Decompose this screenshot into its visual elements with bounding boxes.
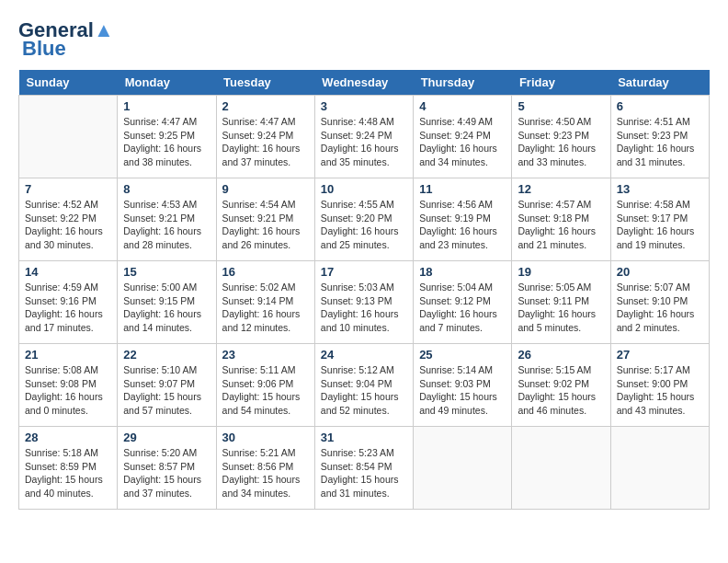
- calendar-cell: 7Sunrise: 4:52 AMSunset: 9:22 PMDaylight…: [19, 178, 118, 261]
- day-info: Sunrise: 4:58 AMSunset: 9:17 PMDaylight:…: [617, 198, 703, 252]
- day-info: Sunrise: 5:15 AMSunset: 9:02 PMDaylight:…: [518, 363, 604, 418]
- day-info: Sunrise: 5:00 AMSunset: 9:15 PMDaylight:…: [123, 281, 210, 335]
- calendar-cell: 1Sunrise: 4:47 AMSunset: 9:25 PMDaylight…: [118, 96, 216, 178]
- day-number: 6: [617, 99, 703, 113]
- day-number: 9: [222, 182, 309, 196]
- day-info: Sunrise: 5:23 AMSunset: 8:54 PMDaylight:…: [321, 446, 407, 500]
- day-number: 21: [25, 348, 111, 362]
- day-number: 16: [222, 265, 309, 279]
- calendar-cell: 10Sunrise: 4:55 AMSunset: 9:20 PMDayligh…: [314, 178, 413, 261]
- calendar-cell: [512, 427, 610, 510]
- day-info: Sunrise: 5:03 AMSunset: 9:13 PMDaylight:…: [321, 281, 407, 335]
- week-row-1: 7Sunrise: 4:52 AMSunset: 9:22 PMDaylight…: [19, 178, 710, 261]
- day-info: Sunrise: 4:56 AMSunset: 9:19 PMDaylight:…: [419, 198, 506, 252]
- day-info: Sunrise: 4:54 AMSunset: 9:21 PMDaylight:…: [222, 198, 309, 252]
- week-row-2: 14Sunrise: 4:59 AMSunset: 9:16 PMDayligh…: [19, 261, 710, 344]
- day-info: Sunrise: 5:20 AMSunset: 8:57 PMDaylight:…: [123, 446, 210, 500]
- calendar-cell: 8Sunrise: 4:53 AMSunset: 9:21 PMDaylight…: [118, 178, 216, 261]
- calendar-cell: 30Sunrise: 5:21 AMSunset: 8:56 PMDayligh…: [216, 427, 314, 510]
- day-number: 5: [518, 99, 604, 113]
- calendar-cell: [414, 427, 512, 510]
- calendar-cell: 4Sunrise: 4:49 AMSunset: 9:24 PMDaylight…: [414, 96, 512, 178]
- weekday-header-tuesday: Tuesday: [216, 70, 314, 96]
- day-number: 10: [321, 182, 407, 196]
- calendar-cell: 23Sunrise: 5:11 AMSunset: 9:06 PMDayligh…: [216, 344, 314, 427]
- week-row-4: 28Sunrise: 5:18 AMSunset: 8:59 PMDayligh…: [19, 427, 710, 510]
- calendar-cell: 26Sunrise: 5:15 AMSunset: 9:02 PMDayligh…: [512, 344, 610, 427]
- day-info: Sunrise: 4:57 AMSunset: 9:18 PMDaylight:…: [518, 198, 604, 252]
- day-number: 20: [617, 265, 703, 279]
- day-number: 8: [123, 182, 210, 196]
- logo: General▲ Blue: [18, 18, 114, 61]
- weekday-header-thursday: Thursday: [414, 70, 512, 96]
- day-info: Sunrise: 5:10 AMSunset: 9:07 PMDaylight:…: [123, 363, 210, 418]
- logo-blue: Blue: [22, 37, 66, 61]
- day-number: 24: [321, 348, 407, 362]
- day-info: Sunrise: 5:21 AMSunset: 8:56 PMDaylight:…: [222, 446, 309, 500]
- day-info: Sunrise: 5:08 AMSunset: 9:08 PMDaylight:…: [25, 363, 111, 418]
- day-info: Sunrise: 5:02 AMSunset: 9:14 PMDaylight:…: [222, 281, 309, 335]
- day-info: Sunrise: 5:07 AMSunset: 9:10 PMDaylight:…: [617, 281, 703, 335]
- calendar-cell: 25Sunrise: 5:14 AMSunset: 9:03 PMDayligh…: [414, 344, 512, 427]
- week-row-0: 1Sunrise: 4:47 AMSunset: 9:25 PMDaylight…: [19, 96, 710, 178]
- day-info: Sunrise: 5:11 AMSunset: 9:06 PMDaylight:…: [222, 363, 309, 418]
- day-number: 1: [123, 99, 210, 113]
- day-number: 23: [222, 348, 309, 362]
- day-info: Sunrise: 5:17 AMSunset: 9:00 PMDaylight:…: [617, 363, 703, 418]
- day-number: 30: [222, 431, 309, 444]
- day-info: Sunrise: 4:49 AMSunset: 9:24 PMDaylight:…: [419, 115, 506, 169]
- day-number: 3: [321, 99, 407, 113]
- day-number: 2: [222, 99, 309, 113]
- day-info: Sunrise: 5:12 AMSunset: 9:04 PMDaylight:…: [321, 363, 407, 418]
- weekday-header-monday: Monday: [118, 70, 216, 96]
- day-number: 29: [123, 431, 210, 444]
- weekday-header-friday: Friday: [512, 70, 610, 96]
- calendar-cell: [19, 96, 118, 178]
- day-number: 28: [25, 431, 111, 444]
- day-info: Sunrise: 4:53 AMSunset: 9:21 PMDaylight:…: [123, 198, 210, 252]
- day-info: Sunrise: 4:55 AMSunset: 9:20 PMDaylight:…: [321, 198, 407, 252]
- calendar-cell: 12Sunrise: 4:57 AMSunset: 9:18 PMDayligh…: [512, 178, 610, 261]
- calendar-cell: 24Sunrise: 5:12 AMSunset: 9:04 PMDayligh…: [314, 344, 413, 427]
- day-info: Sunrise: 5:18 AMSunset: 8:59 PMDaylight:…: [25, 446, 111, 500]
- day-info: Sunrise: 4:47 AMSunset: 9:25 PMDaylight:…: [123, 115, 210, 169]
- day-info: Sunrise: 4:48 AMSunset: 9:24 PMDaylight:…: [321, 115, 407, 169]
- calendar-cell: 20Sunrise: 5:07 AMSunset: 9:10 PMDayligh…: [610, 261, 709, 344]
- calendar-cell: 18Sunrise: 5:04 AMSunset: 9:12 PMDayligh…: [414, 261, 512, 344]
- calendar-cell: 13Sunrise: 4:58 AMSunset: 9:17 PMDayligh…: [610, 178, 709, 261]
- day-number: 11: [419, 182, 506, 196]
- day-info: Sunrise: 4:59 AMSunset: 9:16 PMDaylight:…: [25, 281, 111, 335]
- calendar-cell: 21Sunrise: 5:08 AMSunset: 9:08 PMDayligh…: [19, 344, 118, 427]
- calendar-cell: 15Sunrise: 5:00 AMSunset: 9:15 PMDayligh…: [118, 261, 216, 344]
- day-number: 4: [419, 99, 506, 113]
- header: General▲ Blue: [18, 18, 710, 61]
- calendar-cell: [610, 427, 709, 510]
- calendar-cell: 29Sunrise: 5:20 AMSunset: 8:57 PMDayligh…: [118, 427, 216, 510]
- calendar-cell: 17Sunrise: 5:03 AMSunset: 9:13 PMDayligh…: [314, 261, 413, 344]
- week-row-3: 21Sunrise: 5:08 AMSunset: 9:08 PMDayligh…: [19, 344, 710, 427]
- calendar-cell: 19Sunrise: 5:05 AMSunset: 9:11 PMDayligh…: [512, 261, 610, 344]
- calendar-table: SundayMondayTuesdayWednesdayThursdayFrid…: [18, 70, 710, 510]
- weekday-header-sunday: Sunday: [19, 70, 118, 96]
- calendar-cell: 16Sunrise: 5:02 AMSunset: 9:14 PMDayligh…: [216, 261, 314, 344]
- calendar-cell: 22Sunrise: 5:10 AMSunset: 9:07 PMDayligh…: [118, 344, 216, 427]
- calendar-cell: 5Sunrise: 4:50 AMSunset: 9:23 PMDaylight…: [512, 96, 610, 178]
- day-number: 15: [123, 265, 210, 279]
- day-info: Sunrise: 4:51 AMSunset: 9:23 PMDaylight:…: [617, 115, 703, 169]
- calendar-cell: 2Sunrise: 4:47 AMSunset: 9:24 PMDaylight…: [216, 96, 314, 178]
- day-number: 7: [25, 182, 111, 196]
- calendar-cell: 11Sunrise: 4:56 AMSunset: 9:19 PMDayligh…: [414, 178, 512, 261]
- day-number: 12: [518, 182, 604, 196]
- day-number: 19: [518, 265, 604, 279]
- day-number: 18: [419, 265, 506, 279]
- day-number: 26: [518, 348, 604, 362]
- day-info: Sunrise: 5:04 AMSunset: 9:12 PMDaylight:…: [419, 281, 506, 335]
- calendar-cell: 28Sunrise: 5:18 AMSunset: 8:59 PMDayligh…: [19, 427, 118, 510]
- day-number: 22: [123, 348, 210, 362]
- calendar-cell: 31Sunrise: 5:23 AMSunset: 8:54 PMDayligh…: [314, 427, 413, 510]
- day-number: 31: [321, 431, 407, 444]
- day-number: 14: [25, 265, 111, 279]
- weekday-header-wednesday: Wednesday: [314, 70, 413, 96]
- weekday-header-saturday: Saturday: [610, 70, 709, 96]
- calendar-cell: 27Sunrise: 5:17 AMSunset: 9:00 PMDayligh…: [610, 344, 709, 427]
